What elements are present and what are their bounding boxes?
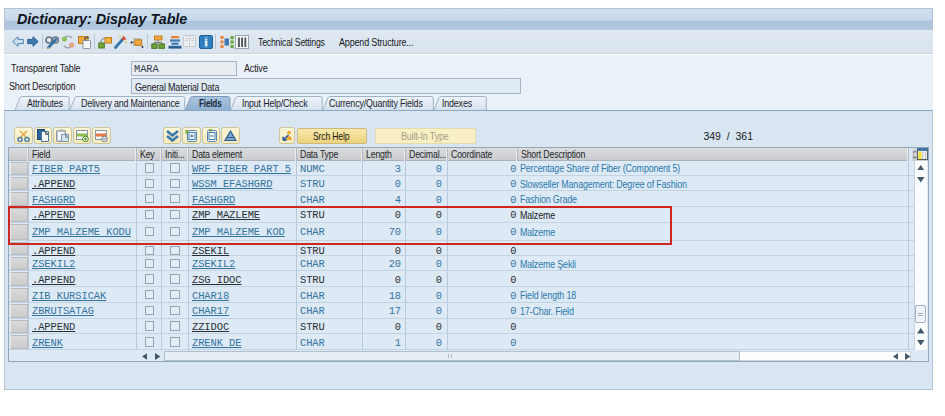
svg-text:i: i [204,36,207,48]
